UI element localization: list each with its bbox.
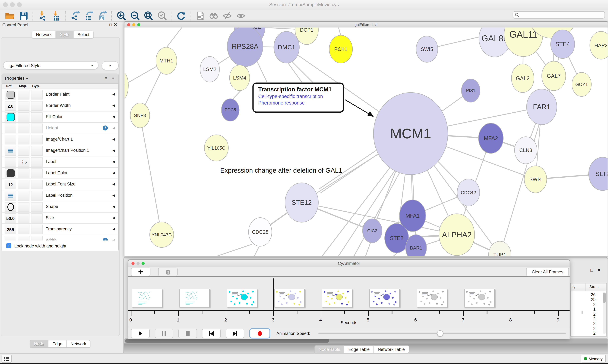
expand-row-icon[interactable]: ◀ <box>112 216 115 220</box>
expand-row-icon[interactable]: ◀ <box>112 92 115 96</box>
zoom-in-icon[interactable] <box>116 11 126 21</box>
node-ste4[interactable]: STE4 <box>551 30 575 59</box>
table-row[interactable]: 2 <box>571 331 596 335</box>
node-gal7[interactable]: GAL7 <box>542 61 566 91</box>
save-icon[interactable] <box>18 11 29 21</box>
node-swi5[interactable]: SWI5 <box>416 36 438 63</box>
default-swatch[interactable] <box>6 169 14 177</box>
task-history-button[interactable] <box>1 355 12 363</box>
float-panel-icon[interactable]: □ <box>109 23 112 27</box>
tab-node-table[interactable]: Node Table <box>315 346 345 353</box>
node-alpha2[interactable]: ALPHA2 <box>439 214 474 256</box>
node-yil105c[interactable]: YIL105C <box>204 135 228 161</box>
frame-thumbnail-3[interactable] <box>227 289 257 308</box>
node-mcm1[interactable]: MCM1 <box>373 92 448 175</box>
property-row-image-chart-position-1[interactable]: Image/Chart Position 1◀ <box>2 145 118 156</box>
record-button[interactable] <box>249 328 270 338</box>
property-row-size[interactable]: 50.0Size◀ <box>2 212 118 224</box>
expand-row-icon[interactable]: ◀ <box>112 160 115 163</box>
node-snf3[interactable]: SNF3 <box>130 103 150 128</box>
default-swatch[interactable] <box>6 113 14 121</box>
table-row[interactable]: 2 <box>571 326 596 331</box>
expand-row-icon[interactable]: ◀ <box>112 171 115 175</box>
tab-network[interactable]: Network <box>32 31 56 38</box>
node-gal2[interactable]: GAL2 <box>511 64 534 92</box>
open-folder-icon[interactable] <box>5 11 15 21</box>
frame-thumbnail-7[interactable] <box>417 289 447 308</box>
table-row[interactable]: 2 <box>571 321 596 326</box>
annotation-box[interactable]: Transcription factor MCM1 Cell-type-spec… <box>252 83 344 113</box>
first-neighbors-icon[interactable] <box>208 11 219 21</box>
tab-network[interactable]: Network <box>67 340 90 347</box>
node-rps28a[interactable]: RPS28A <box>227 27 263 66</box>
node-cdc42[interactable]: CDC42 <box>457 179 480 206</box>
table-hscrollbar[interactable] <box>124 338 608 343</box>
expand-row-icon[interactable]: ◀ <box>112 194 115 197</box>
tab-style[interactable]: Style <box>56 31 73 38</box>
expand-row-icon[interactable]: ◀ <box>112 227 115 231</box>
tab-node[interactable]: Node <box>30 340 49 347</box>
table-row[interactable]: 2 <box>571 316 596 321</box>
tab-edge[interactable]: Edge <box>48 340 67 347</box>
frame-thumbnail-8[interactable] <box>464 289 495 308</box>
node-ste12[interactable]: STE12 <box>285 183 318 222</box>
expand-row-icon[interactable]: ◀ <box>112 115 115 118</box>
node-mth1[interactable]: MTH1 <box>156 47 177 74</box>
stop-button[interactable] <box>179 329 197 338</box>
property-row-label-font-size[interactable]: 12Label Font Size◀ <box>2 179 118 190</box>
style-select[interactable]: galFiltered Style ▼ <box>3 61 98 69</box>
property-row-shape[interactable]: Shape◀ <box>2 201 118 212</box>
discrete-mapping-icon[interactable]: ⋮› <box>21 159 27 165</box>
frame-thumbnail-6[interactable] <box>369 289 400 308</box>
expand-all-icon[interactable]: » <box>105 76 107 80</box>
node-gcy1[interactable]: GCY1 <box>572 72 591 96</box>
default-value[interactable]: 2.0 <box>7 104 13 108</box>
tab-network-table[interactable]: Network Table <box>374 346 409 353</box>
zoom-out-icon[interactable] <box>129 11 140 21</box>
node-ste2[interactable]: STE2 <box>385 223 409 253</box>
annotation-link-2[interactable]: Pheromone response <box>258 100 343 106</box>
table-row[interactable]: 26 <box>571 292 596 297</box>
tab-edge-table[interactable]: Edge Table <box>345 346 374 353</box>
delete-frame-button[interactable] <box>158 268 178 276</box>
property-row-border-paint[interactable]: Border Paint◀ <box>2 89 118 100</box>
node-pck1[interactable]: PCK1 <box>329 35 352 63</box>
timeline-playhead[interactable] <box>273 278 274 311</box>
expand-row-icon[interactable]: ◀ <box>112 182 115 186</box>
frame-thumbnail-5[interactable] <box>322 289 352 308</box>
hide-selected-icon[interactable] <box>222 11 232 21</box>
node-lsm2[interactable]: LSM2 <box>200 57 220 82</box>
node-gic2[interactable]: GIC2 <box>363 219 382 243</box>
properties-header[interactable]: Properties ▼ <box>5 76 28 80</box>
node-cdc28[interactable]: CDC28 <box>249 218 272 246</box>
show-all-icon[interactable] <box>235 11 246 21</box>
property-row-label-color[interactable]: Label Color◀ <box>2 168 118 179</box>
property-row-image-chart-1[interactable]: Image/Chart 1◀ <box>2 134 118 145</box>
node-ynl047c[interactable]: YNL047C <box>150 222 174 247</box>
node-pdc5[interactable]: PDC5 <box>221 99 239 121</box>
import-network-icon[interactable] <box>37 11 48 21</box>
default-swatch[interactable] <box>6 91 14 99</box>
expand-row-icon[interactable]: ◀ <box>112 137 115 141</box>
table-row[interactable]: 2 <box>571 302 596 307</box>
lock-size-checkbox[interactable]: ✓ <box>6 243 11 248</box>
node-leftcut[interactable] <box>124 72 128 99</box>
animation-speed-handle[interactable] <box>437 330 443 337</box>
default-value[interactable]: 50.0 <box>6 216 14 221</box>
close-panel-icon[interactable]: ✕ <box>114 23 117 27</box>
node-lsm4[interactable]: LSM4 <box>230 65 250 91</box>
node-swi4[interactable]: SWI4 <box>524 166 547 193</box>
property-row-label[interactable]: ⋮›Label◀ <box>2 156 118 168</box>
clear-all-frames-button[interactable]: Clear All Frames <box>526 268 569 276</box>
node-far1[interactable]: FAR1 <box>527 89 557 125</box>
property-row-label-position[interactable]: Label Position◀ <box>2 190 118 201</box>
float-table-icon[interactable]: □ <box>590 268 593 272</box>
add-frame-button[interactable] <box>131 268 151 276</box>
frame-thumbnail-2[interactable] <box>180 289 210 308</box>
play-button[interactable] <box>131 329 150 338</box>
search-input[interactable] <box>521 12 603 17</box>
position-icon[interactable] <box>8 149 13 153</box>
property-row-border-width[interactable]: 2.0Border Width◀ <box>2 100 118 111</box>
snapshot-icon[interactable] <box>194 11 205 21</box>
frame-thumbnail-4[interactable] <box>274 289 305 308</box>
